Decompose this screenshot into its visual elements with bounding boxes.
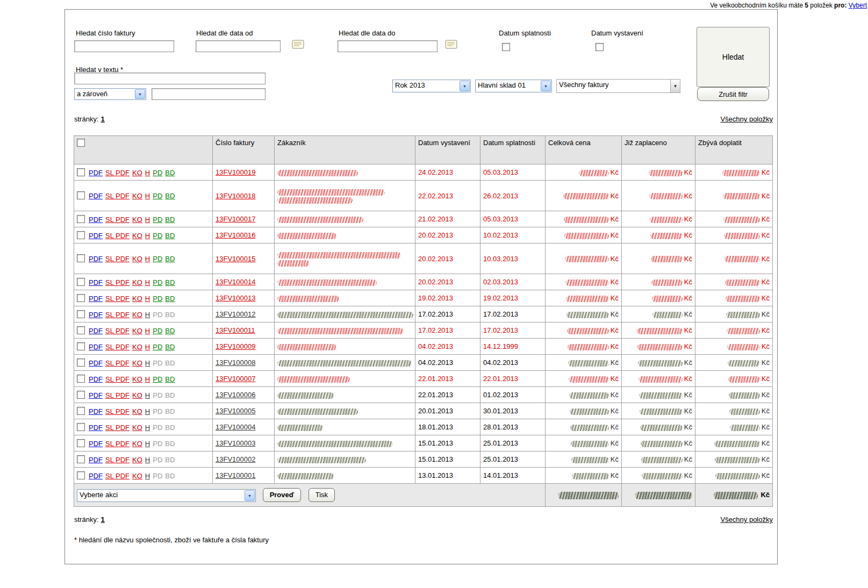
customer-name-redacted[interactable] — [277, 279, 377, 286]
bd-link[interactable]: BD — [165, 216, 175, 224]
invoice-number-link[interactable]: 13FV100015 — [216, 255, 255, 263]
invoice-number-link[interactable]: 13FV100013 — [216, 294, 255, 302]
invoice-number-link[interactable]: 13FV100004 — [216, 423, 255, 431]
h-link[interactable]: H — [145, 327, 150, 335]
row-checkbox[interactable] — [77, 407, 85, 415]
invoice-number-link[interactable]: 13FV100003 — [216, 439, 255, 447]
row-checkbox[interactable] — [77, 231, 85, 239]
sl-pdf-link[interactable]: SL PDF — [105, 169, 130, 177]
row-checkbox[interactable] — [77, 278, 85, 286]
year-select[interactable]: Rok 2013 ▼ — [392, 80, 471, 92]
bd-link[interactable]: BD — [165, 327, 175, 335]
invoice-number-search-input[interactable] — [74, 40, 174, 52]
pd-link[interactable]: PD — [153, 192, 162, 200]
ko-link[interactable]: KO — [132, 295, 142, 303]
invoice-number-link[interactable]: 13FV100012 — [216, 310, 255, 318]
pdf-link[interactable]: PDF — [89, 169, 103, 177]
h-link[interactable]: H — [145, 375, 150, 383]
pdf-link[interactable]: PDF — [89, 216, 103, 224]
row-checkbox[interactable] — [77, 254, 85, 262]
invoice-number-link[interactable]: 13FV100005 — [216, 407, 255, 415]
bd-link[interactable]: BD — [165, 295, 175, 303]
customer-name-redacted[interactable] — [277, 328, 404, 334]
page-1-link[interactable]: 1 — [101, 515, 105, 524]
page-1-link[interactable]: 1 — [101, 115, 105, 123]
invoice-number-link[interactable]: 13FV100006 — [216, 391, 255, 399]
ko-link[interactable]: KO — [132, 391, 142, 399]
sl-pdf-link[interactable]: SL PDF — [105, 472, 130, 480]
ko-link[interactable]: KO — [132, 216, 142, 224]
sl-pdf-link[interactable]: SL PDF — [105, 375, 130, 383]
sl-pdf-link[interactable]: SL PDF — [105, 295, 130, 303]
row-checkbox[interactable] — [77, 215, 85, 223]
ko-link[interactable]: KO — [132, 407, 142, 415]
row-checkbox[interactable] — [77, 191, 85, 199]
invoice-number-link[interactable]: 13FV100017 — [216, 215, 255, 223]
row-checkbox[interactable] — [77, 455, 85, 463]
h-link[interactable]: H — [145, 407, 150, 415]
customer-name-redacted[interactable] — [277, 189, 385, 196]
all-items-link[interactable]: Všechny položky — [720, 115, 773, 123]
operator-select[interactable]: a zároveň ▼ — [74, 88, 146, 100]
h-link[interactable]: H — [145, 391, 150, 399]
ko-link[interactable]: KO — [132, 472, 142, 480]
row-checkbox[interactable] — [77, 326, 85, 334]
h-link[interactable]: H — [145, 216, 150, 224]
pdf-link[interactable]: PDF — [89, 391, 103, 399]
h-link[interactable]: H — [145, 278, 150, 286]
pdf-link[interactable]: PDF — [89, 343, 103, 351]
customer-name-redacted[interactable] — [277, 457, 366, 463]
sl-pdf-link[interactable]: SL PDF — [105, 424, 130, 432]
pd-link[interactable]: PD — [153, 327, 162, 335]
sl-pdf-link[interactable]: SL PDF — [105, 278, 130, 286]
row-checkbox[interactable] — [77, 310, 85, 318]
row-checkbox[interactable] — [77, 423, 85, 431]
ko-link[interactable]: KO — [132, 232, 142, 240]
invoice-number-link[interactable]: 13FV100001 — [216, 471, 255, 479]
sl-pdf-link[interactable]: SL PDF — [105, 343, 130, 351]
pdf-link[interactable]: PDF — [89, 327, 103, 335]
cart-notice-link[interactable]: Vybert — [849, 2, 867, 9]
customer-name-redacted[interactable] — [277, 170, 358, 176]
pdf-link[interactable]: PDF — [89, 472, 103, 480]
pd-link[interactable]: PD — [153, 343, 162, 351]
bd-link[interactable]: BD — [165, 375, 175, 383]
search-button[interactable]: Hledat — [697, 27, 770, 87]
ko-link[interactable]: KO — [132, 359, 142, 367]
text-search-input-2[interactable] — [152, 88, 266, 100]
customer-name-redacted[interactable] — [277, 392, 334, 399]
customer-name-redacted[interactable] — [277, 344, 336, 350]
pdf-link[interactable]: PDF — [89, 375, 103, 383]
sl-pdf-link[interactable]: SL PDF — [105, 216, 130, 224]
calendar-icon[interactable] — [444, 38, 458, 50]
row-checkbox[interactable] — [77, 375, 85, 383]
pdf-link[interactable]: PDF — [89, 192, 103, 200]
row-checkbox[interactable] — [77, 168, 85, 176]
pdf-link[interactable]: PDF — [89, 311, 103, 319]
bd-link[interactable]: BD — [165, 169, 175, 177]
customer-name-redacted[interactable] — [277, 260, 310, 267]
customer-name-redacted[interactable] — [277, 473, 334, 479]
row-checkbox[interactable] — [77, 391, 85, 399]
customer-name-redacted[interactable] — [277, 312, 413, 318]
row-checkbox[interactable] — [77, 471, 85, 479]
clear-filter-button[interactable]: Zrušit filtr — [697, 87, 769, 101]
invoice-number-link[interactable]: 13FV100018 — [216, 192, 255, 200]
print-button[interactable]: Tisk — [309, 488, 335, 502]
due-date-checkbox[interactable] — [502, 43, 510, 51]
h-link[interactable]: H — [145, 440, 150, 448]
invoice-number-link[interactable]: 13FV100007 — [216, 375, 255, 383]
bulk-action-select[interactable]: Vyberte akci ▼ — [77, 489, 256, 502]
text-search-input[interactable] — [74, 73, 266, 84]
h-link[interactable]: H — [145, 472, 150, 480]
date-from-input[interactable] — [196, 40, 281, 52]
ko-link[interactable]: KO — [132, 440, 142, 448]
bd-link[interactable]: BD — [165, 192, 175, 200]
h-link[interactable]: H — [145, 232, 150, 240]
sl-pdf-link[interactable]: SL PDF — [105, 440, 130, 448]
pd-link[interactable]: PD — [153, 278, 162, 286]
sl-pdf-link[interactable]: SL PDF — [105, 327, 130, 335]
pdf-link[interactable]: PDF — [89, 278, 103, 286]
sl-pdf-link[interactable]: SL PDF — [105, 407, 130, 415]
ko-link[interactable]: KO — [132, 278, 142, 286]
